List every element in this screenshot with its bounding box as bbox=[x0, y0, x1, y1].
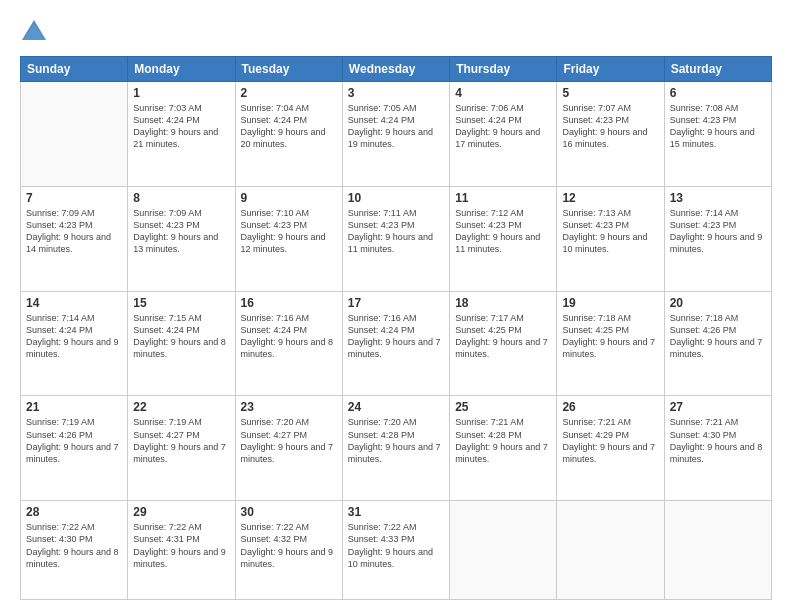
day-info: Sunrise: 7:12 AMSunset: 4:23 PMDaylight:… bbox=[455, 207, 551, 256]
day-number: 29 bbox=[133, 505, 229, 519]
calendar-cell bbox=[557, 501, 664, 600]
day-info: Sunrise: 7:05 AMSunset: 4:24 PMDaylight:… bbox=[348, 102, 444, 151]
day-info: Sunrise: 7:18 AMSunset: 4:25 PMDaylight:… bbox=[562, 312, 658, 361]
day-number: 31 bbox=[348, 505, 444, 519]
day-info: Sunrise: 7:19 AMSunset: 4:27 PMDaylight:… bbox=[133, 416, 229, 465]
day-number: 20 bbox=[670, 296, 766, 310]
calendar-cell: 1Sunrise: 7:03 AMSunset: 4:24 PMDaylight… bbox=[128, 82, 235, 187]
calendar-cell: 20Sunrise: 7:18 AMSunset: 4:26 PMDayligh… bbox=[664, 291, 771, 396]
calendar-cell: 25Sunrise: 7:21 AMSunset: 4:28 PMDayligh… bbox=[450, 396, 557, 501]
weekday-header: Wednesday bbox=[342, 57, 449, 82]
day-number: 5 bbox=[562, 86, 658, 100]
day-info: Sunrise: 7:08 AMSunset: 4:23 PMDaylight:… bbox=[670, 102, 766, 151]
weekday-header: Tuesday bbox=[235, 57, 342, 82]
day-info: Sunrise: 7:04 AMSunset: 4:24 PMDaylight:… bbox=[241, 102, 337, 151]
day-number: 14 bbox=[26, 296, 122, 310]
calendar-table: SundayMondayTuesdayWednesdayThursdayFrid… bbox=[20, 56, 772, 600]
day-number: 4 bbox=[455, 86, 551, 100]
day-number: 25 bbox=[455, 400, 551, 414]
calendar-cell: 12Sunrise: 7:13 AMSunset: 4:23 PMDayligh… bbox=[557, 186, 664, 291]
day-info: Sunrise: 7:11 AMSunset: 4:23 PMDaylight:… bbox=[348, 207, 444, 256]
day-info: Sunrise: 7:03 AMSunset: 4:24 PMDaylight:… bbox=[133, 102, 229, 151]
calendar-cell: 23Sunrise: 7:20 AMSunset: 4:27 PMDayligh… bbox=[235, 396, 342, 501]
day-info: Sunrise: 7:22 AMSunset: 4:30 PMDaylight:… bbox=[26, 521, 122, 570]
day-number: 17 bbox=[348, 296, 444, 310]
calendar-cell: 9Sunrise: 7:10 AMSunset: 4:23 PMDaylight… bbox=[235, 186, 342, 291]
day-number: 6 bbox=[670, 86, 766, 100]
header bbox=[20, 18, 772, 46]
calendar-cell: 13Sunrise: 7:14 AMSunset: 4:23 PMDayligh… bbox=[664, 186, 771, 291]
calendar-cell: 17Sunrise: 7:16 AMSunset: 4:24 PMDayligh… bbox=[342, 291, 449, 396]
day-info: Sunrise: 7:14 AMSunset: 4:23 PMDaylight:… bbox=[670, 207, 766, 256]
logo-icon bbox=[20, 18, 48, 46]
day-number: 2 bbox=[241, 86, 337, 100]
day-info: Sunrise: 7:16 AMSunset: 4:24 PMDaylight:… bbox=[348, 312, 444, 361]
day-number: 26 bbox=[562, 400, 658, 414]
calendar-cell: 2Sunrise: 7:04 AMSunset: 4:24 PMDaylight… bbox=[235, 82, 342, 187]
day-info: Sunrise: 7:20 AMSunset: 4:27 PMDaylight:… bbox=[241, 416, 337, 465]
calendar-cell: 31Sunrise: 7:22 AMSunset: 4:33 PMDayligh… bbox=[342, 501, 449, 600]
day-info: Sunrise: 7:22 AMSunset: 4:31 PMDaylight:… bbox=[133, 521, 229, 570]
calendar-cell: 27Sunrise: 7:21 AMSunset: 4:30 PMDayligh… bbox=[664, 396, 771, 501]
day-info: Sunrise: 7:21 AMSunset: 4:30 PMDaylight:… bbox=[670, 416, 766, 465]
day-info: Sunrise: 7:19 AMSunset: 4:26 PMDaylight:… bbox=[26, 416, 122, 465]
day-info: Sunrise: 7:14 AMSunset: 4:24 PMDaylight:… bbox=[26, 312, 122, 361]
day-info: Sunrise: 7:15 AMSunset: 4:24 PMDaylight:… bbox=[133, 312, 229, 361]
calendar-cell: 15Sunrise: 7:15 AMSunset: 4:24 PMDayligh… bbox=[128, 291, 235, 396]
day-info: Sunrise: 7:21 AMSunset: 4:29 PMDaylight:… bbox=[562, 416, 658, 465]
calendar-cell: 11Sunrise: 7:12 AMSunset: 4:23 PMDayligh… bbox=[450, 186, 557, 291]
calendar-cell: 26Sunrise: 7:21 AMSunset: 4:29 PMDayligh… bbox=[557, 396, 664, 501]
day-number: 3 bbox=[348, 86, 444, 100]
day-number: 24 bbox=[348, 400, 444, 414]
calendar-cell: 4Sunrise: 7:06 AMSunset: 4:24 PMDaylight… bbox=[450, 82, 557, 187]
calendar-cell: 22Sunrise: 7:19 AMSunset: 4:27 PMDayligh… bbox=[128, 396, 235, 501]
day-number: 30 bbox=[241, 505, 337, 519]
logo bbox=[20, 18, 52, 46]
day-number: 27 bbox=[670, 400, 766, 414]
calendar-cell: 14Sunrise: 7:14 AMSunset: 4:24 PMDayligh… bbox=[21, 291, 128, 396]
day-number: 12 bbox=[562, 191, 658, 205]
day-number: 10 bbox=[348, 191, 444, 205]
calendar-cell bbox=[664, 501, 771, 600]
calendar-cell: 8Sunrise: 7:09 AMSunset: 4:23 PMDaylight… bbox=[128, 186, 235, 291]
day-info: Sunrise: 7:09 AMSunset: 4:23 PMDaylight:… bbox=[26, 207, 122, 256]
weekday-header: Friday bbox=[557, 57, 664, 82]
page: SundayMondayTuesdayWednesdayThursdayFrid… bbox=[0, 0, 792, 612]
day-number: 23 bbox=[241, 400, 337, 414]
day-number: 28 bbox=[26, 505, 122, 519]
calendar-cell: 16Sunrise: 7:16 AMSunset: 4:24 PMDayligh… bbox=[235, 291, 342, 396]
day-number: 9 bbox=[241, 191, 337, 205]
weekday-header: Thursday bbox=[450, 57, 557, 82]
day-info: Sunrise: 7:17 AMSunset: 4:25 PMDaylight:… bbox=[455, 312, 551, 361]
calendar-cell: 3Sunrise: 7:05 AMSunset: 4:24 PMDaylight… bbox=[342, 82, 449, 187]
calendar-cell: 30Sunrise: 7:22 AMSunset: 4:32 PMDayligh… bbox=[235, 501, 342, 600]
day-info: Sunrise: 7:21 AMSunset: 4:28 PMDaylight:… bbox=[455, 416, 551, 465]
day-info: Sunrise: 7:07 AMSunset: 4:23 PMDaylight:… bbox=[562, 102, 658, 151]
day-number: 15 bbox=[133, 296, 229, 310]
day-number: 1 bbox=[133, 86, 229, 100]
calendar-cell: 29Sunrise: 7:22 AMSunset: 4:31 PMDayligh… bbox=[128, 501, 235, 600]
day-number: 18 bbox=[455, 296, 551, 310]
calendar-cell: 5Sunrise: 7:07 AMSunset: 4:23 PMDaylight… bbox=[557, 82, 664, 187]
calendar-cell: 10Sunrise: 7:11 AMSunset: 4:23 PMDayligh… bbox=[342, 186, 449, 291]
calendar-cell: 24Sunrise: 7:20 AMSunset: 4:28 PMDayligh… bbox=[342, 396, 449, 501]
day-number: 11 bbox=[455, 191, 551, 205]
day-info: Sunrise: 7:13 AMSunset: 4:23 PMDaylight:… bbox=[562, 207, 658, 256]
calendar-cell bbox=[21, 82, 128, 187]
day-info: Sunrise: 7:16 AMSunset: 4:24 PMDaylight:… bbox=[241, 312, 337, 361]
day-info: Sunrise: 7:09 AMSunset: 4:23 PMDaylight:… bbox=[133, 207, 229, 256]
day-number: 8 bbox=[133, 191, 229, 205]
day-info: Sunrise: 7:22 AMSunset: 4:33 PMDaylight:… bbox=[348, 521, 444, 570]
calendar-cell: 18Sunrise: 7:17 AMSunset: 4:25 PMDayligh… bbox=[450, 291, 557, 396]
weekday-header: Monday bbox=[128, 57, 235, 82]
calendar-cell: 6Sunrise: 7:08 AMSunset: 4:23 PMDaylight… bbox=[664, 82, 771, 187]
calendar-cell: 21Sunrise: 7:19 AMSunset: 4:26 PMDayligh… bbox=[21, 396, 128, 501]
day-number: 19 bbox=[562, 296, 658, 310]
day-number: 22 bbox=[133, 400, 229, 414]
day-info: Sunrise: 7:06 AMSunset: 4:24 PMDaylight:… bbox=[455, 102, 551, 151]
day-info: Sunrise: 7:18 AMSunset: 4:26 PMDaylight:… bbox=[670, 312, 766, 361]
weekday-header: Saturday bbox=[664, 57, 771, 82]
calendar-cell: 19Sunrise: 7:18 AMSunset: 4:25 PMDayligh… bbox=[557, 291, 664, 396]
calendar-cell: 7Sunrise: 7:09 AMSunset: 4:23 PMDaylight… bbox=[21, 186, 128, 291]
day-info: Sunrise: 7:20 AMSunset: 4:28 PMDaylight:… bbox=[348, 416, 444, 465]
